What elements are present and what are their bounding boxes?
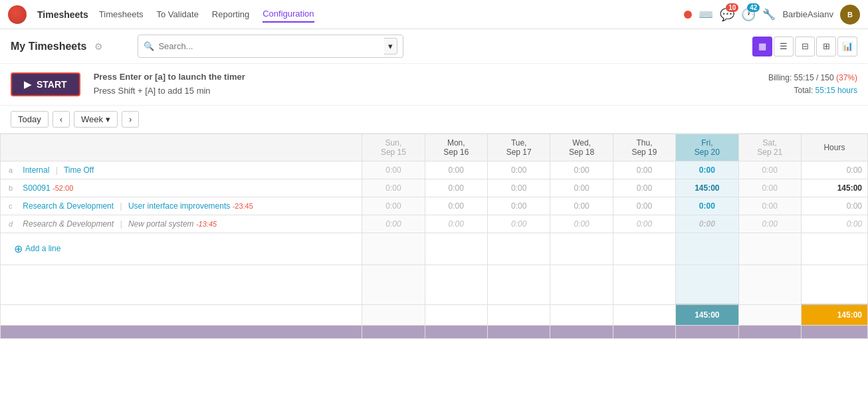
r-and-d-label-d: Research & Development: [23, 219, 114, 229]
total-mon: [425, 304, 487, 326]
timer-section: ▶ START Press Enter or [a] to launch the…: [0, 64, 868, 106]
row-c-mon[interactable]: 0:00: [425, 197, 487, 215]
row-c-thu[interactable]: 0:00: [613, 197, 675, 215]
row-c-tue[interactable]: 0:00: [487, 197, 550, 215]
add-hours: [801, 233, 867, 264]
row-d-mon[interactable]: 0:00: [425, 215, 487, 233]
row-b-mon[interactable]: 0:00: [425, 179, 487, 197]
total-prefix: Total:: [794, 86, 815, 95]
row-a-label: a Internal | Time Off: [1, 161, 362, 179]
search-dropdown-btn[interactable]: ▾: [384, 38, 397, 54]
row-b-wed[interactable]: 0:00: [550, 179, 613, 197]
row-d-fri[interactable]: 0:00: [676, 215, 738, 233]
hint2-text: Press Shift + [A] to add 15 min: [94, 86, 211, 96]
billing-label: Billing: 55:15 / 150: [768, 73, 836, 82]
th-sat: Sat, Sep 21: [738, 134, 801, 161]
total-fri: 145:00: [676, 304, 738, 326]
table-row: c Research & Development | User interfac…: [1, 197, 868, 215]
row-a-sun[interactable]: 0:00: [362, 161, 425, 179]
chat-badge: 10: [726, 3, 738, 12]
new-portal-label: New portal system: [128, 219, 194, 229]
row-d-label: d Research & Development | New portal sy…: [1, 215, 362, 233]
row-a-fri[interactable]: 0:00: [676, 161, 738, 179]
row-letter-c: c: [9, 202, 15, 210]
add-mon: [425, 233, 487, 264]
clock-btn[interactable]: 🕐 42: [741, 7, 756, 22]
row-d-sat[interactable]: 0:00: [738, 215, 801, 233]
row-c-label: c Research & Development | User interfac…: [1, 197, 362, 215]
record-icon[interactable]: [684, 11, 692, 19]
spacer-fri: [676, 264, 738, 304]
view-kanban-btn[interactable]: ⊟: [795, 37, 815, 56]
internal-link[interactable]: Internal: [23, 165, 49, 175]
week-dropdown[interactable]: Week ▾: [74, 111, 118, 128]
total-hours-cell: 145:00: [801, 304, 867, 326]
billing-pct: (37%): [836, 73, 857, 82]
spacer-hours: [801, 264, 867, 304]
view-grid-btn[interactable]: ▦: [752, 37, 772, 56]
avatar[interactable]: B: [840, 5, 860, 25]
nav-reporting[interactable]: Reporting: [212, 7, 249, 22]
s00091-link[interactable]: S00091: [23, 183, 50, 193]
nav-to-validate[interactable]: To Validate: [157, 7, 199, 22]
total-sat: [738, 304, 801, 326]
purple-fri: [676, 326, 738, 339]
r-and-d-link-c[interactable]: Research & Development: [23, 201, 114, 211]
row-d-thu[interactable]: 0:00: [613, 215, 675, 233]
spacer-label: [1, 264, 362, 304]
billing-info: Billing: 55:15 / 150 (37%) Total: 55:15 …: [768, 72, 857, 97]
th-mon: Mon, Sep 16: [425, 134, 487, 161]
start-button[interactable]: ▶ START: [11, 72, 80, 96]
row-b-sun[interactable]: 0:00: [362, 179, 425, 197]
row-a-sat[interactable]: 0:00: [738, 161, 801, 179]
total-label-cell: [1, 304, 362, 326]
next-btn[interactable]: ›: [122, 111, 139, 128]
row-d-badge: -13:45: [196, 220, 217, 228]
settings-icon[interactable]: ⚙: [94, 41, 103, 52]
spacer-tue: [487, 264, 550, 304]
total-thu: [613, 304, 675, 326]
row-b-thu[interactable]: 0:00: [613, 179, 675, 197]
add-line-btn[interactable]: ⊕ Add a line: [6, 237, 356, 260]
today-btn[interactable]: Today: [11, 111, 49, 128]
row-letter-b: b: [9, 184, 15, 192]
wrench-icon[interactable]: 🔧: [762, 8, 776, 21]
row-d-wed[interactable]: 0:00: [550, 215, 613, 233]
row-a-tue[interactable]: 0:00: [487, 161, 550, 179]
row-b-sat[interactable]: 0:00: [738, 179, 801, 197]
page-title: My Timesheets: [11, 41, 86, 52]
view-table-btn[interactable]: ⊞: [816, 37, 836, 56]
row-d-sun[interactable]: 0:00: [362, 215, 425, 233]
add-wed: [550, 233, 613, 264]
row-a-wed[interactable]: 0:00: [550, 161, 613, 179]
ui-improvements-link[interactable]: User interface improvements: [128, 201, 230, 211]
total-sun: [362, 304, 425, 326]
total-wed: [550, 304, 613, 326]
view-list-btn[interactable]: ☰: [774, 37, 794, 56]
add-tue: [487, 233, 550, 264]
spacer-sun: [362, 264, 425, 304]
prev-btn[interactable]: ‹: [53, 111, 70, 128]
row-b-tue[interactable]: 0:00: [487, 179, 550, 197]
spacer-thu: [613, 264, 675, 304]
nav-links: Timesheets To Validate Reporting Configu…: [99, 6, 314, 23]
nav-configuration[interactable]: Configuration: [263, 6, 314, 23]
plus-icon: ⊕: [14, 243, 23, 255]
row-c-sat[interactable]: 0:00: [738, 197, 801, 215]
row-a-mon[interactable]: 0:00: [425, 161, 487, 179]
time-off-link[interactable]: Time Off: [64, 165, 94, 175]
search-input[interactable]: [158, 41, 380, 51]
row-b-fri[interactable]: 145:00: [676, 179, 738, 197]
row-c-wed[interactable]: 0:00: [550, 197, 613, 215]
th-wed: Wed, Sep 18: [550, 134, 613, 161]
keyboard-btn[interactable]: ⌨️: [699, 7, 713, 22]
nav-timesheets[interactable]: Timesheets: [99, 7, 144, 22]
chat-btn[interactable]: 💬 10: [720, 7, 734, 22]
row-letter-d: d: [9, 220, 15, 228]
row-b-hours: 145:00: [801, 179, 867, 197]
row-a-thu[interactable]: 0:00: [613, 161, 675, 179]
row-d-tue[interactable]: 0:00: [487, 215, 550, 233]
row-c-fri[interactable]: 0:00: [676, 197, 738, 215]
row-c-sun[interactable]: 0:00: [362, 197, 425, 215]
view-chart-btn[interactable]: 📊: [837, 37, 857, 56]
